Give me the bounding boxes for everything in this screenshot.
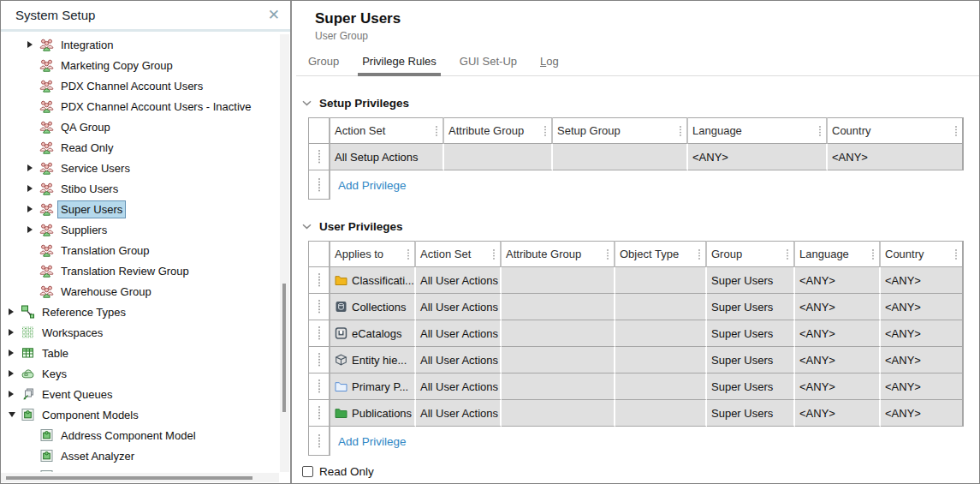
chevron-collapsed-icon[interactable] (27, 226, 39, 233)
cell-action-set[interactable]: All User Actions (416, 400, 502, 427)
cell-applies-to[interactable]: Entity hie... (330, 347, 416, 373)
tree-item[interactable]: QA Group (1, 117, 279, 137)
tree-item-label[interactable]: Keys (39, 366, 69, 382)
column-menu-icon[interactable] (951, 125, 958, 137)
cell-country[interactable]: <ANY> (881, 347, 964, 373)
column-header-attribute-group[interactable]: Attribute Group (502, 241, 615, 267)
cell-language[interactable]: <ANY> (795, 400, 881, 427)
cell-action-set[interactable]: All User Actions (416, 320, 502, 347)
column-header-action-set[interactable]: Action Set (416, 241, 502, 267)
tree-item-label[interactable]: PDX Channel Account Users - Inactive (58, 99, 254, 115)
cell-applies-to[interactable]: Publications (330, 400, 416, 427)
cell-group[interactable]: Super Users (707, 400, 795, 427)
cell-action-set[interactable]: All User Actions (416, 347, 502, 373)
column-menu-icon[interactable] (675, 125, 682, 137)
cell-action-set[interactable]: All User Actions (416, 373, 502, 400)
cell-object-type[interactable] (615, 347, 707, 373)
cell-action-set[interactable]: All User Actions (416, 294, 502, 320)
column-header-country[interactable]: Country (881, 241, 964, 267)
tree-item-label[interactable]: Table (39, 345, 71, 362)
cell-object-type[interactable] (615, 267, 707, 294)
tab-privilege-rules[interactable]: Privilege Rules (362, 55, 437, 75)
column-header-applies-to[interactable]: Applies to (330, 241, 416, 267)
cell-group[interactable]: Super Users (707, 347, 795, 373)
row-drag-handle[interactable] (308, 373, 330, 400)
chevron-collapsed-icon[interactable] (27, 185, 39, 192)
table-row[interactable]: Entity hie...All User ActionsSuper Users… (308, 347, 980, 373)
cell-attribute-group[interactable] (502, 294, 615, 320)
tree-item-label[interactable]: Stibo Users (58, 181, 121, 197)
section-header[interactable]: User Privileges (296, 220, 980, 233)
cell-language[interactable]: <ANY> (795, 267, 881, 294)
cell-language[interactable]: <ANY> (688, 144, 828, 170)
tree-item[interactable]: Workspaces (1, 322, 279, 343)
tree-item[interactable]: PDX Channel Account Users - Inactive (1, 96, 279, 117)
cell-group[interactable]: Super Users (707, 373, 795, 400)
row-drag-handle[interactable] (308, 320, 330, 347)
cell-country[interactable]: <ANY> (881, 320, 964, 347)
tree-item[interactable]: Super Users (1, 199, 279, 219)
tree-item[interactable]: Translation Group (1, 240, 279, 260)
add-privilege-link[interactable]: Add Privilege (338, 179, 407, 192)
cell-applies-to[interactable]: eCatalogs (330, 320, 416, 347)
tree-item[interactable]: Integration (1, 34, 279, 55)
tree-item[interactable]: Component Models (1, 404, 279, 425)
tree-item-label[interactable]: Workspaces (39, 325, 105, 341)
tree-item[interactable]: Table (1, 343, 279, 363)
chevron-collapsed-icon[interactable] (9, 370, 21, 377)
add-privilege-link[interactable]: Add Privilege (338, 435, 407, 448)
tree-item[interactable]: Asset Download (1, 466, 279, 472)
tree-item-label[interactable]: Read Only (58, 140, 116, 156)
tree-item[interactable]: Marketing Copy Group (1, 55, 279, 75)
table-row[interactable]: Classificati...All User ActionsSuper Use… (308, 267, 980, 294)
cell-applies-to[interactable]: Primary P... (330, 373, 416, 400)
tree-item-label[interactable]: Translation Group (58, 242, 152, 259)
cell-object-type[interactable] (615, 400, 707, 427)
cell-country[interactable]: <ANY> (881, 267, 964, 294)
horizontal-scrollbar[interactable] (1, 473, 279, 482)
tree-item-label[interactable]: Super Users (58, 201, 125, 218)
tree-item-label[interactable]: Asset Analyzer (58, 448, 137, 464)
chevron-collapsed-icon[interactable] (9, 308, 21, 315)
chevron-collapsed-icon[interactable] (27, 206, 39, 212)
row-drag-handle[interactable] (308, 400, 330, 427)
column-menu-icon[interactable] (540, 125, 547, 137)
cell-applies-to[interactable]: Collections (330, 294, 416, 320)
tree-item-label[interactable]: Suppliers (58, 222, 110, 238)
cell-object-type[interactable] (615, 320, 707, 347)
column-header-language[interactable]: Language (795, 241, 881, 267)
column-header-country[interactable]: Country (828, 117, 964, 144)
tree-item-label[interactable]: PDX Channel Account Users (58, 78, 205, 94)
column-header-attribute-group[interactable]: Attribute Group (444, 117, 553, 144)
cell-language[interactable]: <ANY> (795, 347, 881, 373)
tree-item[interactable]: Service Users (1, 158, 279, 178)
cell-group[interactable]: Super Users (707, 320, 795, 347)
tree-item-label[interactable]: Warehouse Group (58, 284, 154, 300)
tree-item[interactable]: Asset Analyzer (1, 445, 279, 466)
table-row[interactable]: All Setup Actions<ANY><ANY> (308, 144, 980, 170)
tree-item-label[interactable]: Translation Review Group (58, 263, 192, 279)
cell-attribute-group[interactable] (502, 373, 615, 400)
chevron-collapsed-icon[interactable] (9, 350, 21, 356)
cell-country[interactable]: <ANY> (828, 144, 964, 170)
table-row[interactable]: Primary P...All User ActionsSuper Users<… (308, 373, 980, 400)
tree-item-label[interactable]: QA Group (58, 119, 113, 135)
column-header-group[interactable]: Group (707, 241, 795, 267)
tree-item[interactable]: Translation Review Group (1, 260, 279, 281)
tree-item[interactable]: PDX Channel Account Users (1, 75, 279, 96)
tree-item[interactable]: Warehouse Group (1, 281, 279, 302)
table-row[interactable]: eCatalogsAll User ActionsSuper Users<ANY… (308, 320, 980, 347)
tree-item-label[interactable]: Asset Download (58, 469, 144, 473)
cell-attribute-group[interactable] (502, 400, 615, 427)
tree-item-label[interactable]: Service Users (58, 160, 133, 176)
cell-group[interactable]: Super Users (707, 267, 795, 294)
column-header-language[interactable]: Language (688, 117, 828, 144)
tree-item[interactable]: Keys (1, 363, 279, 384)
cell-country[interactable]: <ANY> (881, 373, 964, 400)
chevron-collapsed-icon[interactable] (27, 164, 39, 171)
cell-attribute-group[interactable] (502, 267, 615, 294)
column-header-object-type[interactable]: Object Type (615, 241, 707, 267)
tab-gui-set-up[interactable]: GUI Set-Up (460, 55, 517, 75)
tree-item-label[interactable]: Integration (58, 37, 116, 53)
tree-item[interactable]: Read Only (1, 137, 279, 158)
